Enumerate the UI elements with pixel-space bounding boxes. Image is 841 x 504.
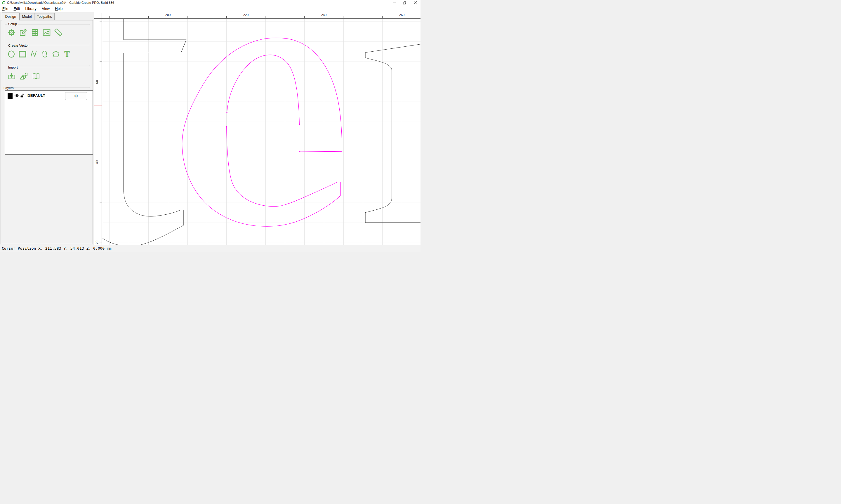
ruler-tick (100, 42, 102, 42)
design-library-icon (32, 72, 40, 80)
layer-unlocked-icon[interactable] (20, 93, 24, 98)
status-bar: Cursor Position X: 211.583 Y: 54.013 Z: … (0, 245, 420, 252)
layer-settings-button[interactable]: ⚙ (65, 92, 87, 100)
ruler-tick (99, 242, 102, 242)
polyline-icon (30, 50, 38, 58)
right-glyph-outline[interactable] (365, 44, 420, 222)
create-curve-button[interactable] (40, 50, 49, 58)
import-group: Import (5, 68, 90, 88)
import-file-icon (7, 72, 16, 80)
import-file-button[interactable] (7, 72, 16, 80)
ruler-tick (100, 202, 102, 202)
ruler-tick (109, 16, 109, 18)
grid-icon (31, 28, 39, 37)
letter-c-inner-arch-selected[interactable] (227, 55, 299, 125)
menu-help[interactable]: Help (55, 5, 63, 12)
menu-view[interactable]: View (42, 5, 50, 12)
trace-image-icon (20, 72, 28, 80)
layers-list[interactable]: DEFAULT ⚙ (5, 90, 93, 155)
minimize-icon (393, 1, 396, 4)
menu-library[interactable]: Library (25, 5, 36, 12)
sidebar: Design Model Toolpaths Setup (0, 12, 94, 245)
gear-icon (7, 28, 16, 37)
ruler-tick (129, 16, 129, 18)
ruler-y-label: 60 (95, 80, 99, 84)
setup-group-label: Setup (7, 22, 18, 26)
tab-design[interactable]: Design (2, 13, 20, 20)
ruler-x-label: 200 (165, 13, 171, 17)
ruler-tick (100, 142, 102, 142)
job-settings-button[interactable] (7, 28, 16, 37)
measure-button[interactable] (54, 28, 63, 37)
cursor-position-readout: Cursor Position X: 211.583 Y: 54.013 Z: … (2, 245, 111, 252)
trace-image-button[interactable] (20, 72, 28, 80)
ruler-x-label: 240 (321, 13, 327, 17)
grid-settings-button[interactable] (31, 28, 39, 37)
create-polygon-button[interactable] (52, 50, 60, 58)
tab-toolpaths[interactable]: Toolpaths (34, 13, 55, 20)
job-setup-icon (19, 28, 28, 37)
canvas-area: 200220240260604020 (94, 12, 420, 245)
restore-icon (403, 1, 407, 5)
ruler-tick (100, 122, 102, 122)
svg-text:T: T (65, 50, 70, 58)
ruler-x-label: 220 (243, 13, 249, 17)
path-endpoint-node[interactable] (299, 151, 300, 152)
curve-icon (40, 50, 49, 58)
polygon-icon (52, 50, 60, 58)
ruler-y-label: 20 (95, 240, 99, 244)
circle-icon (7, 50, 16, 58)
restore-button[interactable] (399, 0, 410, 5)
title-bar: C:\Users\willa\Downloads\Outeniqua.c2d* … (0, 0, 420, 5)
path-endpoint-node[interactable] (299, 124, 299, 125)
tab-model[interactable]: Model (20, 13, 34, 20)
create-circle-button[interactable] (7, 50, 16, 58)
cursor-position-marker-y (94, 106, 102, 106)
design-library-button[interactable] (32, 72, 40, 80)
close-button[interactable] (410, 0, 420, 5)
create-text-button[interactable]: T (63, 50, 71, 58)
design-canvas[interactable] (102, 19, 420, 245)
ruler-tick (304, 16, 305, 18)
carbide-create-logo-icon (1, 1, 5, 5)
ruler-tick (343, 16, 343, 18)
minimize-button[interactable] (389, 0, 399, 5)
menu-file[interactable]: File (2, 5, 8, 12)
cursor-position-marker-x (213, 13, 213, 19)
ruler-tick (148, 16, 149, 18)
path-endpoint-node[interactable] (226, 126, 227, 127)
ruler-icon (54, 28, 63, 37)
ruler-tick (99, 82, 102, 82)
layer-name: DEFAULT (28, 93, 45, 98)
design-panel: Setup (1, 20, 93, 244)
background-image-icon (42, 28, 51, 37)
setup-group: Setup (5, 24, 90, 44)
ruler-tick (100, 102, 102, 102)
path-endpoint-node[interactable] (226, 112, 227, 112)
import-group-label: Import (7, 66, 19, 69)
horizontal-ruler (94, 13, 420, 19)
close-icon (414, 1, 417, 4)
left-glyph-outline[interactable] (102, 19, 186, 245)
ruler-tick (100, 182, 102, 182)
layer-color-swatch[interactable] (7, 93, 13, 99)
rectangle-icon (18, 50, 27, 58)
create-rectangle-button[interactable] (18, 50, 27, 58)
text-icon: T (63, 50, 71, 58)
carbide-create-window: C:\Users\willa\Downloads\Outeniqua.c2d* … (0, 0, 420, 252)
ruler-tick (207, 16, 207, 18)
layer-visibility-eye-icon[interactable] (15, 94, 19, 97)
menu-edit[interactable]: Edit (14, 5, 20, 12)
ruler-x-label: 260 (399, 13, 405, 17)
layer-row[interactable]: DEFAULT ⚙ (5, 91, 92, 101)
create-vector-group: Create Vector (5, 46, 90, 66)
background-image-button[interactable] (42, 28, 51, 37)
layers-label: Layers (3, 86, 14, 90)
menu-bar: File Edit Library View Help (0, 5, 420, 12)
create-polyline-button[interactable] (30, 50, 38, 58)
ruler-tick (265, 16, 265, 18)
letter-c-outline-selected[interactable] (182, 38, 342, 226)
create-vector-group-label: Create Vector (7, 44, 30, 47)
ruler-tick (100, 61, 102, 62)
job-setup-button[interactable] (19, 28, 28, 37)
